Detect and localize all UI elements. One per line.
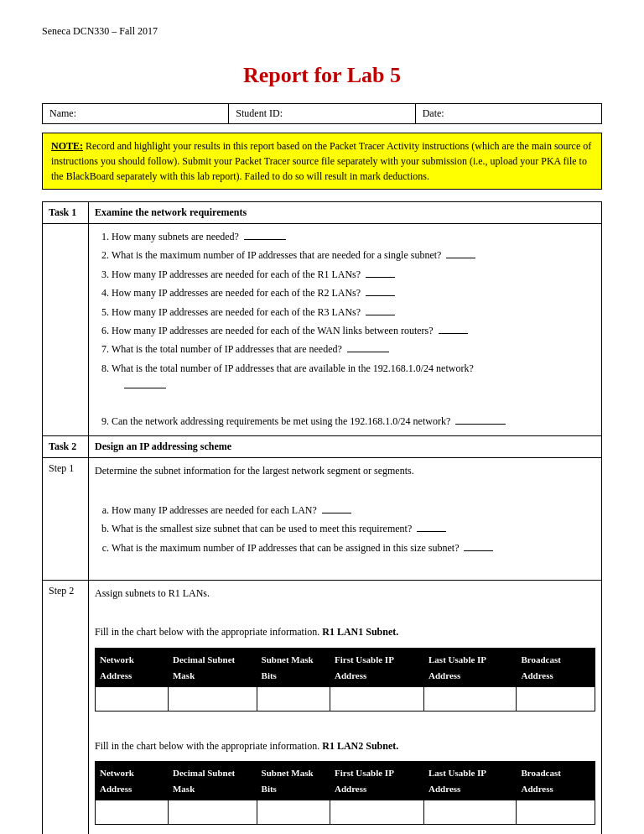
step2-row: Step 2 Assign subnets to R1 LANs. Fill i…: [43, 580, 602, 834]
table-header-row: Network Address Decimal Subnet Mask Subn…: [96, 761, 595, 800]
task2-label: Task 2: [43, 436, 89, 458]
table-header-row: Network Address Decimal Subnet Mask Subn…: [96, 648, 595, 686]
list-item: What is the maximum number of IP address…: [112, 539, 595, 556]
cell-network-address[interactable]: [96, 800, 169, 825]
col-subnet-mask-bits: Subnet Mask Bits: [257, 761, 330, 800]
col-last-usable-ip: Last Usable IP Address: [424, 761, 517, 800]
cell-first-usable-ip[interactable]: [330, 800, 423, 825]
step1-intro: Determine the subnet information for the…: [95, 462, 595, 479]
list-item: What is the smallest size subnet that ca…: [112, 520, 595, 537]
lan2-table-wrap: Network Address Decimal Subnet Mask Subn…: [95, 761, 595, 825]
student-id-field: Student ID:: [229, 104, 415, 123]
list-item: How many IP addresses are needed for eac…: [112, 266, 595, 283]
task1-title: Examine the network requirements: [89, 202, 602, 224]
col-network-address: Network Address: [96, 648, 169, 686]
note-box: NOTE: Record and highlight your results …: [42, 133, 602, 190]
list-item: How many IP addresses are needed for eac…: [112, 284, 595, 301]
cell-broadcast-address[interactable]: [517, 800, 595, 825]
course-label: Seneca DCN330 – Fall 2017: [42, 25, 602, 38]
cell-subnet-mask-bits[interactable]: [257, 800, 330, 825]
task2-title: Design an IP addressing scheme: [89, 436, 602, 458]
cell-first-usable-ip[interactable]: [330, 687, 423, 712]
task1-questions: How many subnets are needed? What is the…: [89, 224, 602, 436]
step2-intro: Assign subnets to R1 LANs.: [95, 585, 595, 602]
table-row: [96, 687, 595, 712]
col-network-address: Network Address: [96, 761, 169, 800]
col-first-usable-ip: First Usable IP Address: [330, 761, 423, 800]
cell-broadcast-address[interactable]: [517, 687, 595, 712]
step1-label: Step 1: [43, 458, 89, 580]
step1-questions: How many IP addresses are needed for eac…: [112, 502, 595, 556]
step2-content: Assign subnets to R1 LANs. Fill in the c…: [89, 580, 602, 834]
list-item: What is the total number of IP addresses…: [112, 360, 595, 394]
form-row: Name: Student ID: Date:: [42, 103, 602, 124]
step1-row: Step 1 Determine the subnet information …: [43, 458, 602, 580]
list-item: How many subnets are needed?: [112, 228, 595, 245]
table-row: [96, 800, 595, 825]
step2-label: Step 2: [43, 580, 89, 834]
list-item: What is the maximum number of IP address…: [112, 247, 595, 263]
col-decimal-subnet-mask: Decimal Subnet Mask: [168, 761, 257, 800]
col-broadcast-address: Broadcast Address: [517, 648, 595, 686]
header: Seneca DCN330 – Fall 2017: [42, 25, 602, 38]
cell-last-usable-ip[interactable]: [424, 800, 517, 825]
task1-empty: [43, 224, 89, 436]
cell-network-address[interactable]: [96, 687, 169, 712]
cell-decimal-subnet-mask[interactable]: [168, 687, 257, 712]
page-title: Report for Lab 5: [42, 63, 602, 88]
lan2-table: Network Address Decimal Subnet Mask Subn…: [95, 761, 595, 825]
col-last-usable-ip: Last Usable IP Address: [424, 648, 517, 686]
questions-list-2: Can the network addressing requirements …: [112, 413, 595, 430]
step1-content: Determine the subnet information for the…: [89, 458, 602, 580]
note-text: Record and highlight your results in thi…: [51, 140, 591, 182]
task2-header-row: Task 2 Design an IP addressing scheme: [43, 436, 602, 458]
date-field: Date:: [416, 104, 601, 123]
main-table: Task 1 Examine the network requirements …: [42, 201, 602, 834]
name-field: Name:: [43, 104, 229, 123]
list-item: How many IP addresses are needed for eac…: [112, 304, 595, 321]
step2-chart2-text: Fill in the chart below with the appropr…: [95, 738, 595, 754]
task1-header-row: Task 1 Examine the network requirements: [43, 202, 602, 224]
cell-decimal-subnet-mask[interactable]: [168, 800, 257, 825]
list-item: How many IP addresses are needed for eac…: [112, 322, 595, 339]
note-label: NOTE:: [51, 140, 83, 152]
task1-label: Task 1: [43, 202, 89, 224]
list-item: Can the network addressing requirements …: [112, 413, 595, 430]
task1-content-row: How many subnets are needed? What is the…: [43, 224, 602, 436]
step2-chart1-text: Fill in the chart below with the appropr…: [95, 623, 595, 640]
list-item: What is the total number of IP addresses…: [112, 341, 595, 357]
lan1-table: Network Address Decimal Subnet Mask Subn…: [95, 648, 595, 712]
col-first-usable-ip: First Usable IP Address: [330, 648, 423, 686]
cell-subnet-mask-bits[interactable]: [257, 687, 330, 712]
col-subnet-mask-bits: Subnet Mask Bits: [257, 648, 330, 686]
col-broadcast-address: Broadcast Address: [517, 761, 595, 800]
lan1-table-wrap: Network Address Decimal Subnet Mask Subn…: [95, 648, 595, 712]
cell-last-usable-ip[interactable]: [424, 687, 517, 712]
col-decimal-subnet-mask: Decimal Subnet Mask: [168, 648, 257, 686]
questions-list: How many subnets are needed? What is the…: [112, 228, 595, 394]
list-item: How many IP addresses are needed for eac…: [112, 502, 595, 519]
